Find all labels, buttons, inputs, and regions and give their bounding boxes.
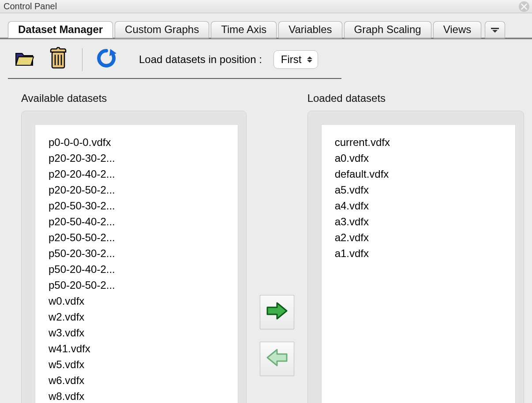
list-item[interactable]: w41.vdfx bbox=[49, 341, 233, 357]
loaded-column: Loaded datasets current.vdfxa0.vdfxdefau… bbox=[307, 92, 524, 403]
close-icon bbox=[521, 2, 527, 12]
list-item[interactable]: p50-20-50-2... bbox=[49, 277, 233, 293]
list-item[interactable]: w3.vdfx bbox=[49, 325, 233, 341]
tab-custom-graphs[interactable]: Custom Graphs bbox=[115, 21, 209, 38]
close-window-button[interactable] bbox=[519, 1, 529, 12]
dataset-toolbar: Load datasets in position : First bbox=[8, 45, 341, 79]
arrow-right-icon bbox=[266, 301, 288, 323]
tab-graph-scaling[interactable]: Graph Scaling bbox=[344, 21, 431, 38]
tab-label: Variables bbox=[288, 23, 332, 35]
list-item[interactable]: p20-50-30-2... bbox=[49, 198, 233, 214]
list-item[interactable]: a1.vdfx bbox=[335, 246, 511, 261]
list-item[interactable]: p20-20-50-2... bbox=[49, 182, 233, 198]
open-folder-button[interactable] bbox=[12, 47, 37, 72]
list-item[interactable]: w0.vdfx bbox=[49, 293, 233, 309]
dataset-manager-panel: Load datasets in position : First Availa… bbox=[0, 38, 532, 403]
window-title: Control Panel bbox=[4, 1, 57, 11]
list-item[interactable]: p20-20-40-2... bbox=[49, 166, 233, 182]
list-item[interactable]: default.vdfx bbox=[335, 166, 511, 182]
available-column: Available datasets p0-0-0-0.vdfxp20-20-3… bbox=[21, 92, 247, 403]
list-item[interactable]: a0.vdfx bbox=[335, 150, 511, 166]
available-list[interactable]: p0-0-0-0.vdfxp20-20-30-2...p20-20-40-2..… bbox=[35, 124, 238, 403]
list-item[interactable]: p20-50-40-2... bbox=[49, 214, 233, 230]
tab-label: Custom Graphs bbox=[125, 23, 199, 35]
svg-rect-0 bbox=[491, 28, 499, 29]
available-title: Available datasets bbox=[21, 92, 247, 104]
tab-label: Graph Scaling bbox=[354, 23, 421, 35]
loaded-title: Loaded datasets bbox=[307, 92, 524, 104]
tab-variables[interactable]: Variables bbox=[278, 21, 342, 38]
list-item[interactable]: a5.vdfx bbox=[335, 182, 511, 198]
toolbar-separator bbox=[82, 48, 82, 71]
move-right-button[interactable] bbox=[260, 295, 294, 329]
tab-time-axis[interactable]: Time Axis bbox=[211, 21, 277, 38]
position-select-value: First bbox=[281, 53, 302, 66]
position-select[interactable]: First bbox=[273, 50, 318, 69]
loaded-list[interactable]: current.vdfxa0.vdfxdefault.vdfxa5.vdfxa4… bbox=[321, 124, 516, 403]
dataset-dual-list: Available datasets p0-0-0-0.vdfxp20-20-3… bbox=[8, 92, 524, 403]
list-item[interactable]: p20-50-50-2... bbox=[49, 230, 233, 246]
tab-strip: Dataset Manager Custom Graphs Time Axis … bbox=[0, 13, 532, 38]
folder-open-icon bbox=[14, 49, 35, 70]
move-left-button[interactable] bbox=[260, 342, 294, 376]
arrow-left-icon bbox=[266, 348, 288, 370]
chevron-down-icon bbox=[490, 24, 500, 35]
trash-icon bbox=[49, 47, 68, 72]
list-item[interactable]: a4.vdfx bbox=[335, 198, 511, 214]
loaded-list-frame: current.vdfxa0.vdfxdefault.vdfxa5.vdfxa4… bbox=[307, 111, 524, 403]
list-item[interactable]: a2.vdfx bbox=[335, 230, 511, 246]
tab-overflow-button[interactable] bbox=[485, 21, 505, 38]
list-item[interactable]: w8.vdfx bbox=[49, 388, 233, 403]
list-item[interactable]: current.vdfx bbox=[335, 134, 511, 150]
tab-dataset-manager[interactable]: Dataset Manager bbox=[8, 21, 113, 38]
tab-views[interactable]: Views bbox=[433, 21, 482, 38]
list-item[interactable]: p20-20-30-2... bbox=[49, 150, 233, 166]
list-item[interactable]: a3.vdfx bbox=[335, 214, 511, 230]
available-list-frame: p0-0-0-0.vdfxp20-20-30-2...p20-20-40-2..… bbox=[21, 111, 247, 403]
position-label: Load datasets in position : bbox=[139, 53, 262, 66]
transfer-buttons bbox=[247, 92, 307, 403]
refresh-icon bbox=[95, 47, 117, 72]
refresh-button[interactable] bbox=[94, 47, 119, 72]
tab-label: Views bbox=[443, 23, 472, 35]
svg-marker-1 bbox=[492, 30, 498, 33]
tab-label: Time Axis bbox=[221, 23, 266, 35]
delete-button[interactable] bbox=[46, 47, 71, 72]
list-item[interactable]: w5.vdfx bbox=[49, 357, 233, 373]
select-caret-icon bbox=[307, 56, 313, 63]
list-item[interactable]: p50-20-30-2... bbox=[49, 246, 233, 261]
window-titlebar: Control Panel bbox=[0, 0, 532, 13]
list-item[interactable]: w2.vdfx bbox=[49, 309, 233, 325]
list-item[interactable]: p50-20-40-2... bbox=[49, 261, 233, 277]
list-item[interactable]: p0-0-0-0.vdfx bbox=[49, 134, 233, 150]
list-item[interactable]: w6.vdfx bbox=[49, 373, 233, 388]
tab-label: Dataset Manager bbox=[18, 23, 103, 35]
